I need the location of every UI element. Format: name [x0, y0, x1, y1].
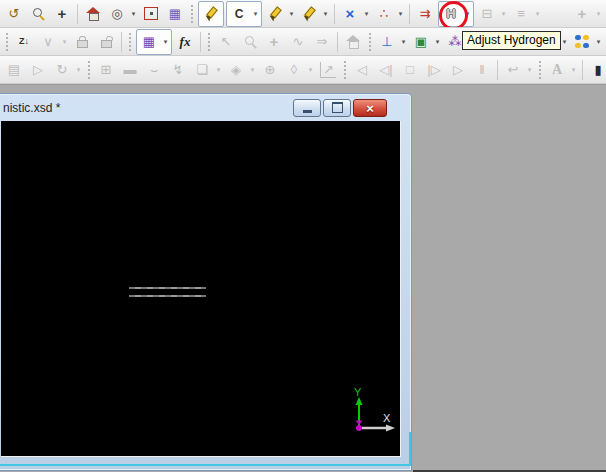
fit-corners-icon	[144, 7, 158, 20]
adjust-hydrogen-button[interactable]: H	[440, 3, 462, 25]
view-orientation-dropdown[interactable]: ▾	[129, 3, 138, 25]
unlock-icon	[101, 36, 112, 48]
element-select-button[interactable]: C	[228, 3, 250, 25]
minimize-button[interactable]	[293, 99, 321, 117]
green-cell-icon: ▣	[415, 35, 427, 48]
toolbar-separator	[334, 4, 335, 24]
axis-x-label: X	[383, 412, 391, 424]
measure-tool-dropdown[interactable]: ▾	[399, 31, 408, 53]
move-atoms-dropdown: ▾	[594, 3, 603, 25]
toolbar-separator	[497, 60, 498, 80]
rotate-view-button[interactable]: ↺	[3, 3, 25, 25]
seek-start-icon: ◁	[357, 63, 367, 76]
tree-icon: ⊞	[101, 63, 112, 76]
zoom-view-button[interactable]	[27, 3, 49, 25]
run-script-button: ▷	[27, 59, 49, 81]
chart-viewer-button: ↗	[317, 59, 339, 81]
clipped-edge-icon-button[interactable]: ▮	[587, 59, 606, 81]
select-tool-button: ↖	[215, 31, 237, 53]
palette-icon: ▦	[169, 7, 181, 20]
toolbar-separator	[200, 32, 201, 52]
move-arrows-icon: +	[58, 6, 67, 21]
pencil-icon	[204, 7, 218, 21]
window-titlebar[interactable]: nistic.xsd * ×	[0, 94, 411, 121]
view-orientation-button[interactable]: ◎	[106, 3, 128, 25]
toolbar-separator	[582, 60, 583, 80]
sketch-atom-button[interactable]	[200, 3, 222, 25]
hydrogen-h-label: H	[446, 7, 455, 20]
close-button[interactable]: ×	[353, 99, 387, 117]
stop-playback-button: □	[399, 59, 421, 81]
toolbar-row-3: ▤▷↻▾⊞▬⌣↯❏▾◈▾⊕◊▾↗◁◁|□|▷▷‖↩▾A▾▮	[0, 56, 606, 84]
modify-bond-button[interactable]: ×	[339, 3, 361, 25]
crystal-builder-dropdown[interactable]: ▾	[433, 31, 442, 53]
restore-button[interactable]	[323, 99, 351, 117]
sketch-fragment-button[interactable]	[298, 3, 320, 25]
toolbar-grip	[88, 61, 90, 79]
project-tree-button: ⊞	[95, 59, 117, 81]
step-forward-button: |▷	[423, 59, 445, 81]
molecule-bond-bottom[interactable]	[129, 295, 206, 297]
zoom-tool-button	[239, 31, 261, 53]
loop-playback-dropdown: ▾	[525, 59, 534, 81]
fx-label: fx	[180, 35, 191, 48]
unlock-item-button	[95, 31, 117, 53]
script-player-dropdown[interactable]: ▾	[161, 31, 170, 53]
font-select-dropdown: ▾	[569, 59, 578, 81]
bond-tool-a-button: ⌣	[143, 59, 165, 81]
modify-bond-dropdown[interactable]: ▾	[362, 3, 371, 25]
clean-structure-button[interactable]: ⇉	[414, 3, 436, 25]
repeat-icon: ↩	[508, 63, 519, 76]
spectrum-tool-button: ∿	[287, 31, 309, 53]
stop-icon: □	[406, 63, 414, 76]
fit-to-view-button[interactable]	[140, 3, 162, 25]
angle-measure-button: ∨	[37, 31, 59, 53]
magnifier-gray-icon	[244, 35, 257, 48]
axis-x-arrowhead	[386, 425, 395, 432]
sketch-ring-dropdown[interactable]: ▾	[287, 3, 296, 25]
step-back-button: ◁|	[375, 59, 397, 81]
minimize-icon	[303, 110, 312, 113]
display-style-button[interactable]: ▦	[164, 3, 186, 25]
align-icon: ⇒	[317, 35, 328, 48]
add-atoms-button[interactable]: ∴	[373, 3, 395, 25]
loop-icon: ↻	[57, 63, 68, 76]
window-accent-bottom	[0, 464, 411, 466]
add-atoms-dropdown[interactable]: ▾	[396, 3, 405, 25]
sketch-fragment-dropdown[interactable]: ▾	[321, 3, 330, 25]
function-editor-button[interactable]: fx	[174, 31, 196, 53]
molecule-bond-top[interactable]	[129, 287, 206, 289]
label-tool-button: ▬	[119, 59, 141, 81]
bond-display-button: ⊟	[476, 3, 498, 25]
toolbar-row-1: ↺+◎▾▦C▾▾▾×▾∴▾⇉H▾⊟▾≡▾+▾	[0, 0, 606, 28]
crystal-builder-button[interactable]: ▣	[410, 31, 432, 53]
measure-tool-button[interactable]: ⊥	[376, 31, 398, 53]
waveform-icon: ∿	[293, 35, 304, 48]
element-c-label: C	[235, 8, 244, 20]
element-select-dropdown[interactable]: ▾	[251, 3, 260, 25]
orbital-display-button[interactable]	[571, 31, 593, 53]
reset-view-button[interactable]	[82, 3, 104, 25]
script-player-button[interactable]: ▦	[138, 31, 160, 53]
element-select-frame: C▾	[226, 1, 262, 27]
bond-cross-icon: ×	[346, 6, 355, 21]
cursor-icon: ↖	[221, 35, 232, 48]
tooltip: Adjust Hydrogen	[462, 31, 561, 50]
sketch-ring-button[interactable]	[264, 3, 286, 25]
boxes-icon: ❏	[196, 63, 208, 76]
pause-animation-button: ‖	[471, 59, 493, 81]
window-title: nistic.xsd *	[3, 101, 60, 115]
orbital-display-dropdown[interactable]: ▾	[594, 31, 603, 53]
document-icon: ▤	[8, 63, 20, 76]
script-grid-icon: ▦	[143, 35, 155, 48]
viewport-3d[interactable]: Y X	[1, 121, 401, 457]
edit-set-button: ◊	[283, 59, 305, 81]
axis-y-arrowhead	[356, 397, 363, 405]
adjust-surface-dropdown-dropdown[interactable]: ▾	[560, 31, 569, 53]
adjust-hydrogen-dropdown[interactable]: ▾	[463, 3, 472, 25]
sort-items-button[interactable]: Z↓	[13, 31, 35, 53]
translate-view-button[interactable]: +	[51, 3, 73, 25]
home-icon	[86, 7, 101, 20]
screen: ↺+◎▾▦C▾▾▾×▾∴▾⇉H▾⊟▾≡▾+▾ Z↓∨▾▦▾fx↖+∿⇒⊥▾▣▾⁂…	[0, 0, 606, 472]
play-icon: ▷	[453, 63, 463, 76]
